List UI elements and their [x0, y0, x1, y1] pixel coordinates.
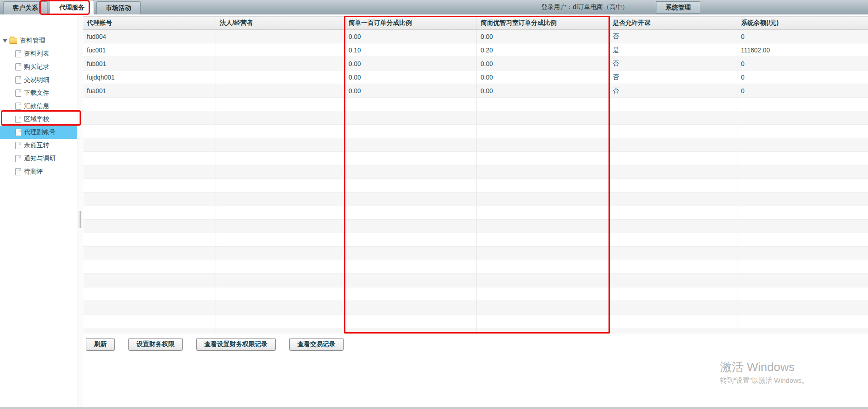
table-cell: [216, 57, 345, 70]
button-设置财务权限[interactable]: 设置财务权限: [128, 338, 183, 351]
sidebar-item-label: 余额互转: [24, 141, 49, 150]
table-row-empty[interactable]: [83, 220, 868, 233]
column-header: 系统余额(/元): [737, 17, 868, 29]
table-cell: [477, 328, 609, 334]
sidebar-item-下载文件[interactable]: 下载文件: [0, 86, 77, 99]
table-cell: [609, 315, 737, 328]
column-header: 是否允许开课: [609, 17, 737, 29]
sidebar-item-代理副账号[interactable]: 代理副账号: [0, 126, 77, 139]
sidebar-item-资料列表[interactable]: 资料列表: [0, 47, 77, 60]
watermark-subtitle: 转到“设置”以激活 Windows。: [720, 376, 808, 385]
table-row-empty[interactable]: [83, 193, 868, 206]
tab-市场活动[interactable]: 市场活动: [96, 1, 141, 14]
table-row-empty[interactable]: [83, 206, 868, 220]
table-row-empty[interactable]: [83, 274, 868, 287]
table-cell: [609, 152, 737, 165]
sidebar-item-购买记录[interactable]: 购买记录: [0, 60, 77, 73]
table-cell: [345, 152, 477, 165]
sidebar-item-label: 通知与调研: [24, 155, 56, 163]
sidebar-item-通知与调研[interactable]: 通知与调研: [0, 152, 77, 165]
table-row-empty[interactable]: [83, 260, 868, 274]
table-cell: 否: [609, 84, 737, 97]
table-row-empty[interactable]: [83, 98, 868, 111]
table-cell: [83, 220, 216, 233]
table-cell: [345, 315, 477, 328]
table-cell: [737, 98, 868, 111]
sidebar-item-汇款信息[interactable]: 汇款信息: [0, 99, 77, 113]
system-management-button[interactable]: 系统管理: [656, 1, 700, 14]
sidebar-item-交易明细[interactable]: 交易明细: [0, 73, 77, 86]
table-cell: [83, 260, 216, 273]
table-cell: [345, 301, 477, 314]
page-icon: [15, 76, 21, 84]
table-cell: [83, 247, 216, 260]
table-cell: [737, 260, 868, 273]
table-cell: [477, 125, 609, 138]
table-cell: 0.20: [477, 43, 609, 56]
button-查看交易记录[interactable]: 查看交易记录: [289, 338, 344, 351]
table-cell: [216, 98, 345, 111]
table-row-fuc001[interactable]: fuc0010.100.20是111602.00: [83, 43, 868, 57]
button-查看设置财务权限记录[interactable]: 查看设置财务权限记录: [196, 338, 276, 351]
table-row-empty[interactable]: [83, 233, 868, 247]
table-row-fujdqh001[interactable]: fujdqh0010.000.00否0: [83, 71, 868, 84]
table-cell: 0.00: [477, 84, 609, 97]
table-cell: [477, 152, 609, 165]
table-cell: [216, 165, 345, 179]
table-cell: [477, 247, 609, 260]
sidebar-item-待测评[interactable]: 待测评: [0, 165, 77, 178]
table-cell: 0.00: [345, 57, 477, 70]
table-row-fua001[interactable]: fua0010.000.00否0: [83, 84, 868, 98]
table-cell: 否: [609, 57, 737, 70]
table-row-empty[interactable]: [83, 152, 868, 165]
table-row-empty[interactable]: [83, 138, 868, 152]
content-panel: 代理帐号法人/经营者简单一百订单分成比例简而优智习室订单分成比例是否允许开课系统…: [83, 14, 868, 407]
table-row-empty[interactable]: [83, 165, 868, 179]
table-row-fud004[interactable]: fud0040.000.00否0: [83, 30, 868, 43]
table-cell: [216, 328, 345, 334]
table-row-empty[interactable]: [83, 179, 868, 193]
table-row-fub001[interactable]: fub0010.000.00否0: [83, 57, 868, 71]
table-cell: [345, 274, 477, 287]
table-cell: [609, 220, 737, 233]
table-row-empty[interactable]: [83, 315, 868, 328]
page-icon: [15, 168, 21, 175]
column-header: 简而优智习室订单分成比例: [477, 17, 609, 29]
sidebar-item-区域学校[interactable]: 区域学校: [0, 113, 77, 126]
splitter-grip-icon[interactable]: [79, 211, 81, 228]
table-cell: [216, 138, 345, 151]
table-cell: [83, 125, 216, 138]
table-cell: [345, 111, 477, 124]
table-cell: [477, 287, 609, 301]
table-row-empty[interactable]: [83, 328, 868, 334]
table-cell: [737, 138, 868, 151]
table-cell: [83, 315, 216, 328]
tab-客户关系[interactable]: 客户关系: [3, 1, 47, 14]
tree-root-data-management[interactable]: 资料管理: [3, 34, 45, 47]
table-row-empty[interactable]: [83, 301, 868, 315]
table-cell: [477, 206, 609, 219]
agent-subaccount-table: 代理帐号法人/经营者简单一百订单分成比例简而优智习室订单分成比例是否允许开课系统…: [83, 16, 868, 334]
button-刷新[interactable]: 刷新: [86, 338, 115, 351]
tree-root-label: 资料管理: [20, 37, 45, 45]
table-row-empty[interactable]: [83, 287, 868, 301]
table-row-empty[interactable]: [83, 247, 868, 260]
table-cell: 0: [737, 71, 868, 84]
table-cell: [609, 179, 737, 192]
table-cell: [737, 301, 868, 314]
tab-代理服务[interactable]: 代理服务: [50, 0, 94, 14]
table-cell: [737, 220, 868, 233]
table-cell: [345, 287, 477, 301]
tree-collapse-arrow-icon[interactable]: [3, 39, 7, 42]
sidebar-item-余额互转[interactable]: 余额互转: [0, 139, 77, 152]
table-cell: [345, 125, 477, 138]
panel-splitter[interactable]: [77, 14, 83, 407]
tree-items: 资料列表购买记录交易明细下载文件汇款信息区域学校代理副账号余额互转通知与调研待测…: [0, 47, 77, 178]
table-cell: [345, 98, 477, 111]
table-row-empty[interactable]: [83, 111, 868, 125]
table-cell: [345, 233, 477, 246]
page-icon: [15, 89, 21, 97]
table-cell: 0.00: [345, 30, 477, 43]
table-cell: [216, 206, 345, 219]
table-row-empty[interactable]: [83, 125, 868, 138]
